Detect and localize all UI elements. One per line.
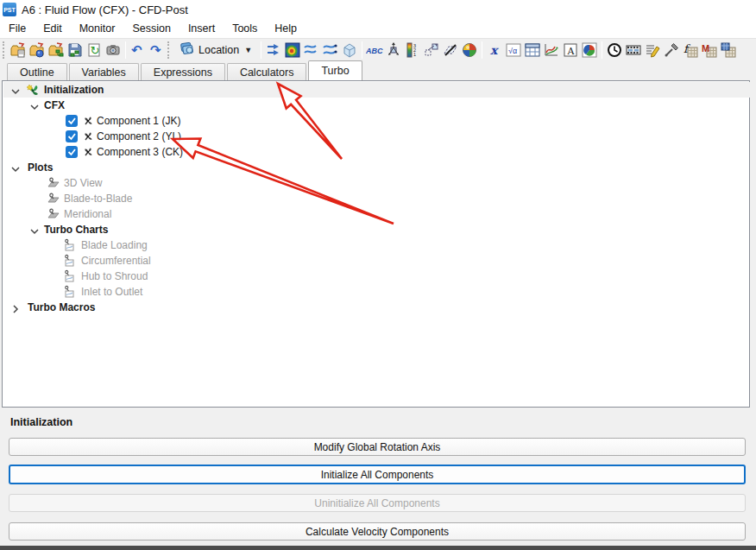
undo-icon[interactable]: ↶ — [129, 41, 148, 60]
tab-label: Calculators — [240, 66, 294, 79]
function-calculator-icon[interactable]: f — [681, 41, 700, 60]
tree-item-inlet-to-outlet[interactable]: Inlet to Outlet — [81, 284, 142, 300]
location-icon — [180, 41, 195, 60]
modify-global-rotation-axis-button[interactable]: Modify Global Rotation Axis — [9, 438, 746, 456]
tree-item-circumferential[interactable]: Circumferential — [81, 253, 151, 269]
volume-rendering-icon[interactable] — [340, 41, 359, 60]
coord-frame-icon[interactable] — [384, 41, 403, 60]
tree-row[interactable]: Blade Loading — [3, 237, 750, 253]
vector-icon[interactable] — [264, 41, 283, 60]
menu-tools[interactable]: Tools — [224, 20, 266, 37]
text-label-icon[interactable]: ABC — [365, 41, 384, 60]
tab-turbo[interactable]: Turbo — [308, 60, 362, 80]
checkbox-checked[interactable] — [66, 115, 78, 127]
tab-outline[interactable]: Outline — [7, 63, 67, 80]
load-state-icon[interactable] — [28, 41, 47, 60]
tree-row[interactable]: Blade-to-Blade — [3, 191, 750, 206]
svg-text:↻: ↻ — [91, 44, 100, 57]
expression-icon[interactable]: x — [485, 41, 504, 60]
chevron-down-icon[interactable] — [29, 224, 40, 235]
report-figure-icon[interactable] — [580, 41, 599, 60]
menu-insert[interactable]: Insert — [180, 20, 224, 37]
load-session-icon[interactable] — [47, 41, 66, 60]
instance-transform-icon[interactable] — [422, 41, 441, 60]
case-comparison-icon[interactable] — [719, 41, 738, 60]
load-results-icon[interactable] — [9, 41, 28, 60]
svg-text:1: 1 — [413, 52, 416, 57]
menu-session[interactable]: Session — [123, 20, 179, 37]
chevron-down-icon[interactable] — [29, 100, 40, 111]
tab-variables[interactable]: Variables — [69, 63, 139, 80]
tree-row[interactable]: Circumferential — [3, 253, 750, 269]
tree-row[interactable]: Component 1 (JK) — [3, 113, 750, 129]
menu-help[interactable]: Help — [266, 20, 306, 37]
panel-title: Initialization — [10, 416, 72, 428]
tree-item-component-1[interactable]: Component 1 (JK) — [97, 113, 180, 129]
tree-row[interactable]: Component 2 (YL) — [3, 129, 750, 144]
tab-expressions[interactable]: Expressions — [141, 63, 225, 80]
tree-row[interactable]: Meridional — [3, 206, 750, 222]
redo-icon[interactable]: ↷ — [148, 41, 167, 60]
location-button[interactable]: Location ▼ — [173, 40, 258, 60]
tree-row[interactable]: Turbo Charts — [3, 222, 750, 237]
animation-icon[interactable] — [624, 41, 643, 60]
tree-item-meridional[interactable]: Meridional — [64, 206, 111, 222]
chart-icon[interactable] — [542, 41, 561, 60]
tree-row[interactable]: CFX — [3, 98, 750, 113]
tree-item-component-2[interactable]: Component 2 (YL) — [97, 129, 181, 144]
timestep-icon[interactable] — [605, 41, 624, 60]
color-map-icon[interactable] — [460, 41, 479, 60]
window-bottom-edge — [0, 546, 756, 550]
chevron-down-icon[interactable] — [10, 162, 21, 173]
toolbar-separator — [125, 41, 126, 59]
tree-item-turbo-macros[interactable]: Turbo Macros — [28, 300, 95, 315]
tree-row[interactable]: Hub to Shroud — [3, 269, 750, 284]
particle-track-icon[interactable] — [321, 41, 340, 60]
tree-item-turbo-charts[interactable]: Turbo Charts — [44, 222, 108, 237]
reload-icon[interactable]: ↻ — [85, 41, 104, 60]
component-icon — [81, 114, 95, 128]
tree-row[interactable]: Turbo Macros — [3, 300, 750, 315]
menu-bar: File Edit Monitor Session Insert Tools H… — [0, 19, 756, 38]
chart-item-icon — [62, 269, 76, 283]
svg-text:↶: ↶ — [131, 42, 142, 58]
clip-plane-icon[interactable] — [441, 41, 460, 60]
macro-calculator-icon[interactable]: M — [700, 41, 719, 60]
variable-icon[interactable]: √α — [504, 41, 523, 60]
legend-icon[interactable]: 321 — [403, 41, 422, 60]
app-icon: PST — [3, 3, 16, 16]
tree-row[interactable]: Inlet to Outlet — [3, 284, 750, 300]
comment-icon[interactable]: A — [561, 41, 580, 60]
tree-item-blade-to-blade[interactable]: Blade-to-Blade — [64, 191, 132, 206]
tree-item-component-3[interactable]: Component 3 (CK) — [97, 144, 183, 160]
initialize-all-components-button[interactable]: Initialize All Components — [9, 465, 746, 484]
chevron-down-icon[interactable] — [10, 85, 21, 95]
streamline-icon[interactable] — [302, 41, 321, 60]
tree-row[interactable]: 3D View — [3, 175, 750, 191]
calculate-velocity-components-button[interactable]: Calculate Velocity Components — [9, 522, 746, 541]
menu-edit[interactable]: Edit — [35, 20, 71, 37]
probe-icon[interactable] — [662, 41, 681, 60]
tree-row[interactable]: Component 3 (CK) — [3, 144, 750, 160]
tree-item-plots[interactable]: Plots — [28, 160, 53, 175]
menu-file[interactable]: File — [0, 20, 35, 37]
chevron-right-icon[interactable] — [10, 302, 21, 313]
checkbox-checked[interactable] — [66, 130, 78, 142]
tree-row[interactable]: Initialization — [3, 82, 750, 98]
chart-item-icon — [62, 254, 76, 268]
snapshot-icon[interactable] — [104, 41, 123, 60]
tree-row[interactable]: Plots — [3, 160, 750, 175]
save-state-icon[interactable] — [66, 41, 85, 60]
table-icon[interactable] — [523, 41, 542, 60]
contour-icon[interactable] — [283, 41, 302, 60]
tree-item-initialization[interactable]: Initialization — [44, 82, 104, 98]
tree-item-3d-view[interactable]: 3D View — [64, 175, 102, 191]
tree-item-blade-loading[interactable]: Blade Loading — [81, 237, 148, 253]
menu-monitor[interactable]: Monitor — [71, 20, 124, 37]
quick-editor-icon[interactable] — [643, 41, 662, 60]
tab-calculators[interactable]: Calculators — [227, 63, 307, 80]
tree-item-hub-to-shroud[interactable]: Hub to Shroud — [81, 269, 148, 284]
checkbox-checked[interactable] — [66, 146, 78, 158]
tree-item-cfx[interactable]: CFX — [44, 98, 65, 113]
svg-text:M: M — [702, 43, 709, 54]
